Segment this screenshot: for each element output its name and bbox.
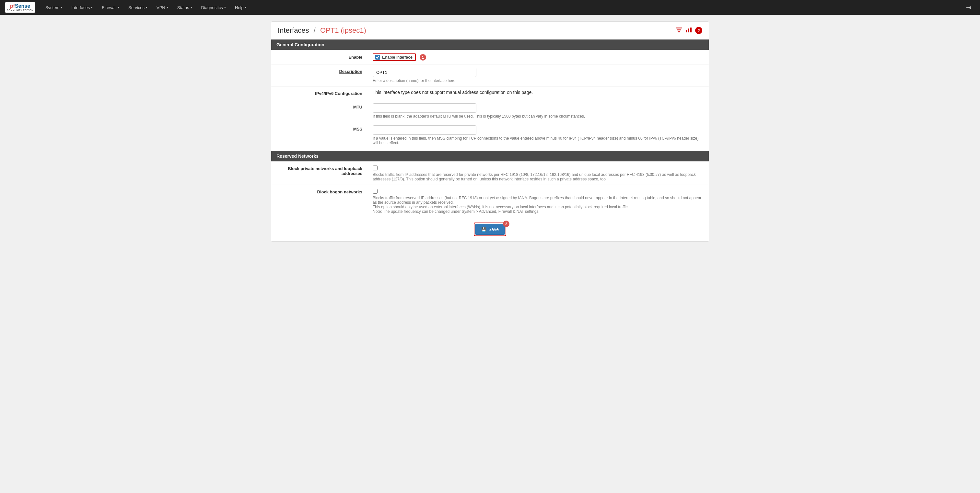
enable-interface-label[interactable]: Enable interface [382,55,412,60]
mss-value-cell: If a value is entered in this field, the… [368,122,709,149]
chevron-down-icon: ▾ [146,6,148,9]
enable-badge: 1 [420,54,426,60]
nav-status[interactable]: Status ▾ [173,1,196,14]
svg-rect-5 [690,27,692,32]
chevron-down-icon: ▾ [91,6,93,9]
chevron-down-icon: ▾ [167,6,168,9]
ipv4ipv6-text: This interface type does not support man… [373,90,533,95]
help-icon[interactable]: ? [695,27,702,34]
ipv4ipv6-value-cell: This interface type does not support man… [368,87,709,100]
block-bogon-value-cell: Blocks traffic from reserved IP addresse… [368,185,709,217]
chevron-down-icon: ▾ [191,6,192,9]
description-row: Description Enter a description (name) f… [271,65,709,87]
save-label: Save [488,227,499,232]
breadcrumb-current: OPT1 (ipsec1) [320,26,366,34]
enable-interface-checkbox[interactable] [375,55,380,60]
save-area: 💾 Save 2 [271,217,709,241]
general-config-header: General Configuration [271,40,709,50]
breadcrumb-separator: / [314,26,318,34]
mtu-input[interactable] [373,103,476,113]
nav-vpn[interactable]: VPN ▾ [153,1,172,14]
ipv4ipv6-label: IPv4/IPv6 Configuration [271,87,368,100]
svg-rect-3 [686,30,687,32]
svg-rect-2 [678,32,680,32]
mss-hint: If a value is entered in this field, the… [373,136,703,145]
block-bogon-checkbox[interactable] [373,189,377,194]
block-private-row: Block private networks and loopback addr… [271,162,709,185]
block-bogon-hint: Blocks traffic from reserved IP addresse… [373,196,703,214]
nav-diagnostics[interactable]: Diagnostics ▾ [197,1,230,14]
save-button[interactable]: 💾 Save [475,224,505,235]
mss-label: MSS [271,122,368,149]
page-header: Interfaces / OPT1 (ipsec1) ? [271,21,709,40]
mtu-hint: If this field is blank, the adapter's de… [373,114,703,119]
page-title: Interfaces / OPT1 (ipsec1) [278,26,366,35]
reserved-networks-table: Block private networks and loopback addr… [271,162,709,217]
header-icons: ? [676,27,702,34]
save-icon: 💾 [481,227,487,232]
block-private-label: Block private networks and loopback addr… [271,162,368,185]
save-badge: 2 [503,220,509,227]
block-bogon-label: Block bogon networks [271,185,368,217]
navbar-right: ⇥ [962,0,975,15]
svg-rect-1 [677,30,681,30]
reserved-networks-header: Reserved Networks [271,151,709,162]
mtu-row: MTU If this field is blank, the adapter'… [271,100,709,122]
mss-input[interactable] [373,125,476,135]
enable-interface-box: Enable interface [373,54,416,61]
chevron-down-icon: ▾ [245,6,247,9]
description-input[interactable] [373,68,476,77]
nav-help[interactable]: Help ▾ [231,1,250,14]
mtu-label: MTU [271,100,368,122]
mtu-value-cell: If this field is blank, the adapter's de… [368,100,709,122]
svg-rect-0 [676,27,682,29]
page-wrapper: Interfaces / OPT1 (ipsec1) ? [263,15,717,248]
brand-edition: COMMUNITY EDITION [7,9,33,12]
save-badge-wrap: 💾 Save 2 [475,224,505,235]
enable-row: Enable Enable interface 1 [271,50,709,65]
nav-interfaces[interactable]: Interfaces ▾ [67,1,97,14]
enable-value-cell: Enable interface 1 [368,50,709,65]
brand-logo: pfSense COMMUNITY EDITION [5,2,35,12]
block-bogon-row: Block bogon networks Blocks traffic from… [271,185,709,217]
chevron-down-icon: ▾ [224,6,226,9]
description-hint: Enter a description (name) for the inter… [373,78,703,83]
enable-checkbox-row: Enable interface 1 [373,54,703,61]
nav-services[interactable]: Services ▾ [124,1,151,14]
nav-system[interactable]: System ▾ [41,1,66,14]
description-value-cell: Enter a description (name) for the inter… [368,65,709,87]
breadcrumb-base: Interfaces [278,26,309,34]
filter-icon[interactable] [676,27,682,34]
svg-rect-4 [688,29,689,32]
general-config-table: Enable Enable interface 1 Description [271,50,709,148]
mss-row: MSS If a value is entered in this field,… [271,122,709,149]
ipv4ipv6-row: IPv4/IPv6 Configuration This interface t… [271,87,709,100]
logout-button[interactable]: ⇥ [962,0,975,15]
block-private-checkbox[interactable] [373,165,377,170]
enable-label: Enable [271,50,368,65]
content-card: General Configuration Enable Enable inte… [271,40,709,242]
logout-icon: ⇥ [966,4,971,11]
block-private-value-cell: Blocks traffic from IP addresses that ar… [368,162,709,185]
block-private-hint: Blocks traffic from IP addresses that ar… [373,172,703,181]
navbar: pfSense COMMUNITY EDITION System ▾ Inter… [0,0,980,15]
chevron-down-icon: ▾ [118,6,119,9]
nav-firewall[interactable]: Firewall ▾ [98,1,123,14]
chevron-down-icon: ▾ [60,6,62,9]
save-button-border: 💾 Save 2 [474,222,506,236]
block-private-checkbox-row [373,165,703,170]
block-bogon-checkbox-row [373,188,703,194]
description-label: Description [271,65,368,87]
chart-icon[interactable] [686,27,692,34]
